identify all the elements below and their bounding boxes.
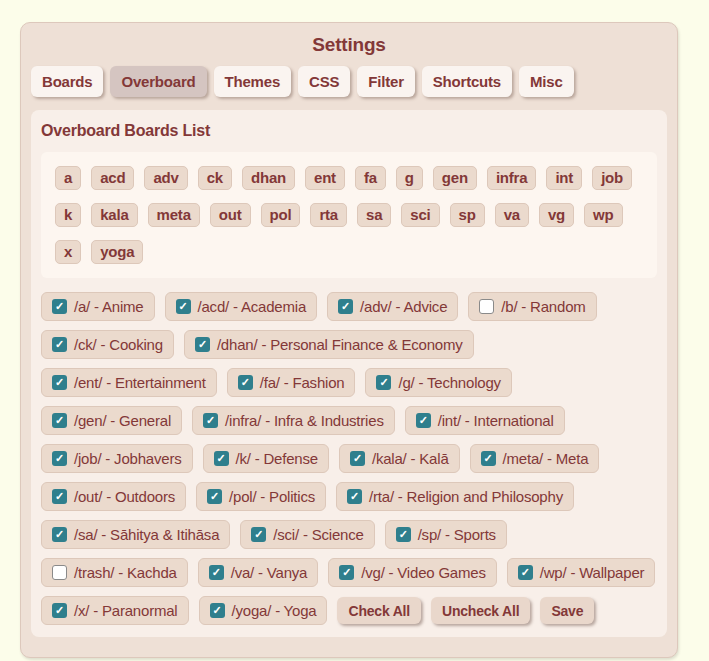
board-toggle-k[interactable]: ✓/k/ - Defense: [203, 444, 329, 473]
board-toggle-kala[interactable]: ✓/kala/ - Kalā: [339, 444, 460, 473]
board-toggle-int[interactable]: ✓/int/ - International: [405, 406, 565, 435]
unchecked-checkbox-icon[interactable]: [52, 565, 67, 580]
board-label: /fa/ - Fashion: [260, 374, 345, 391]
board-label: /kala/ - Kalā: [372, 450, 449, 467]
board-chip-int[interactable]: int: [546, 166, 582, 190]
checked-checkbox-icon[interactable]: ✓: [481, 451, 496, 466]
checked-checkbox-icon[interactable]: ✓: [209, 565, 224, 580]
board-chip-meta[interactable]: meta: [148, 203, 200, 227]
checked-checkbox-icon[interactable]: ✓: [52, 299, 67, 314]
board-chip-kala[interactable]: kala: [91, 203, 137, 227]
board-label: /yoga/ - Yoga: [232, 602, 317, 619]
board-toggle-job[interactable]: ✓/job/ - Jobhavers: [41, 444, 193, 473]
board-chip-vg[interactable]: vg: [539, 203, 574, 227]
board-chip-fa[interactable]: fa: [355, 166, 386, 190]
checked-checkbox-icon[interactable]: ✓: [376, 375, 391, 390]
tab-overboard[interactable]: Overboard: [110, 66, 206, 97]
board-toggle-infra[interactable]: ✓/infra/ - Infra & Industries: [192, 406, 395, 435]
checked-checkbox-icon[interactable]: ✓: [339, 565, 354, 580]
checked-checkbox-icon[interactable]: ✓: [396, 527, 411, 542]
board-toggle-dhan[interactable]: ✓/dhan/ - Personal Finance & Economy: [184, 330, 474, 359]
checked-checkbox-icon[interactable]: ✓: [52, 337, 67, 352]
board-chip-va[interactable]: va: [495, 203, 529, 227]
board-toggle-gen[interactable]: ✓/gen/ - General: [41, 406, 182, 435]
board-chip-gen[interactable]: gen: [433, 166, 477, 190]
board-chip-wp[interactable]: wp: [584, 203, 622, 227]
checked-checkbox-icon[interactable]: ✓: [518, 565, 533, 580]
board-chip-dhan[interactable]: dhan: [242, 166, 295, 190]
board-chip-yoga[interactable]: yoga: [91, 240, 143, 264]
board-label: /meta/ - Meta: [503, 450, 589, 467]
board-toggle-wp[interactable]: ✓/wp/ - Wallpaper: [507, 558, 656, 587]
checked-checkbox-icon[interactable]: ✓: [52, 527, 67, 542]
page-title: Settings: [31, 34, 667, 56]
checked-checkbox-icon[interactable]: ✓: [203, 413, 218, 428]
board-chip-x[interactable]: x: [55, 240, 81, 264]
checked-checkbox-icon[interactable]: ✓: [210, 603, 225, 618]
tab-css[interactable]: CSS: [298, 66, 350, 97]
tab-themes[interactable]: Themes: [214, 66, 292, 97]
board-toggle-sa[interactable]: ✓/sa/ - Sāhitya & Itihāsa: [41, 520, 230, 549]
board-chip-k[interactable]: k: [55, 203, 81, 227]
board-toggle-x[interactable]: ✓/x/ - Paranormal: [41, 596, 189, 625]
checked-checkbox-icon[interactable]: ✓: [52, 413, 67, 428]
board-toggle-vg[interactable]: ✓/vg/ - Video Games: [328, 558, 497, 587]
board-chip-a[interactable]: a: [55, 166, 81, 190]
checked-checkbox-icon[interactable]: ✓: [52, 375, 67, 390]
checked-checkbox-icon[interactable]: ✓: [251, 527, 266, 542]
board-toggle-yoga[interactable]: ✓/yoga/ - Yoga: [199, 596, 328, 625]
checked-checkbox-icon[interactable]: ✓: [52, 603, 67, 618]
board-label: /out/ - Outdoors: [74, 488, 175, 505]
settings-panel: Settings BoardsOverboardThemesCSSFilterS…: [20, 22, 678, 658]
board-toggle-a[interactable]: ✓/a/ - Anime: [41, 292, 155, 321]
board-toggle-rta[interactable]: ✓/rta/ - Religion and Philosophy: [336, 482, 574, 511]
checked-checkbox-icon[interactable]: ✓: [195, 337, 210, 352]
checked-checkbox-icon[interactable]: ✓: [207, 489, 222, 504]
board-chip-ent[interactable]: ent: [305, 166, 345, 190]
checked-checkbox-icon[interactable]: ✓: [52, 451, 67, 466]
board-toggle-sci[interactable]: ✓/sci/ - Science: [240, 520, 374, 549]
tab-boards[interactable]: Boards: [31, 66, 103, 97]
uncheck-all-button[interactable]: Uncheck All: [431, 597, 530, 624]
tab-misc[interactable]: Misc: [519, 66, 574, 97]
checked-checkbox-icon[interactable]: ✓: [350, 451, 365, 466]
board-chip-adv[interactable]: adv: [144, 166, 187, 190]
board-toggle-adv[interactable]: ✓/adv/ - Advice: [327, 292, 458, 321]
tab-filter[interactable]: Filter: [357, 66, 414, 97]
board-toggle-va[interactable]: ✓/va/ - Vanya: [198, 558, 319, 587]
board-chip-pol[interactable]: pol: [261, 203, 301, 227]
tab-shortcuts[interactable]: Shortcuts: [422, 66, 512, 97]
board-label: /b/ - Random: [501, 298, 585, 315]
board-chip-out[interactable]: out: [210, 203, 251, 227]
board-toggle-sp[interactable]: ✓/sp/ - Sports: [385, 520, 507, 549]
check-all-button[interactable]: Check All: [337, 597, 420, 624]
board-toggle-g[interactable]: ✓/g/ - Technology: [365, 368, 511, 397]
checked-checkbox-icon[interactable]: ✓: [338, 299, 353, 314]
checked-checkbox-icon[interactable]: ✓: [416, 413, 431, 428]
board-toggle-acd[interactable]: ✓/acd/ - Academia: [165, 292, 318, 321]
board-chip-infra[interactable]: infra: [487, 166, 537, 190]
board-toggle-fa[interactable]: ✓/fa/ - Fashion: [227, 368, 356, 397]
board-toggle-ent[interactable]: ✓/ent/ - Entertainment: [41, 368, 217, 397]
board-chip-rta[interactable]: rta: [310, 203, 347, 227]
board-chip-g[interactable]: g: [396, 166, 423, 190]
checked-checkbox-icon[interactable]: ✓: [176, 299, 191, 314]
checked-checkbox-icon[interactable]: ✓: [52, 489, 67, 504]
board-chip-sp[interactable]: sp: [450, 203, 485, 227]
board-chip-job[interactable]: job: [592, 166, 632, 190]
board-toggle-trash[interactable]: /trash/ - Kachda: [41, 558, 188, 587]
checked-checkbox-icon[interactable]: ✓: [347, 489, 362, 504]
save-button[interactable]: Save: [540, 597, 594, 624]
board-chip-sa[interactable]: sa: [357, 203, 391, 227]
board-chip-sci[interactable]: sci: [401, 203, 439, 227]
board-toggle-pol[interactable]: ✓/pol/ - Politics: [196, 482, 326, 511]
checked-checkbox-icon[interactable]: ✓: [238, 375, 253, 390]
unchecked-checkbox-icon[interactable]: [479, 299, 494, 314]
board-toggle-out[interactable]: ✓/out/ - Outdoors: [41, 482, 186, 511]
board-toggle-ck[interactable]: ✓/ck/ - Cooking: [41, 330, 174, 359]
board-chip-acd[interactable]: acd: [91, 166, 134, 190]
board-chip-ck[interactable]: ck: [198, 166, 232, 190]
board-toggle-meta[interactable]: ✓/meta/ - Meta: [470, 444, 600, 473]
checked-checkbox-icon[interactable]: ✓: [214, 451, 229, 466]
board-toggle-b[interactable]: /b/ - Random: [468, 292, 596, 321]
